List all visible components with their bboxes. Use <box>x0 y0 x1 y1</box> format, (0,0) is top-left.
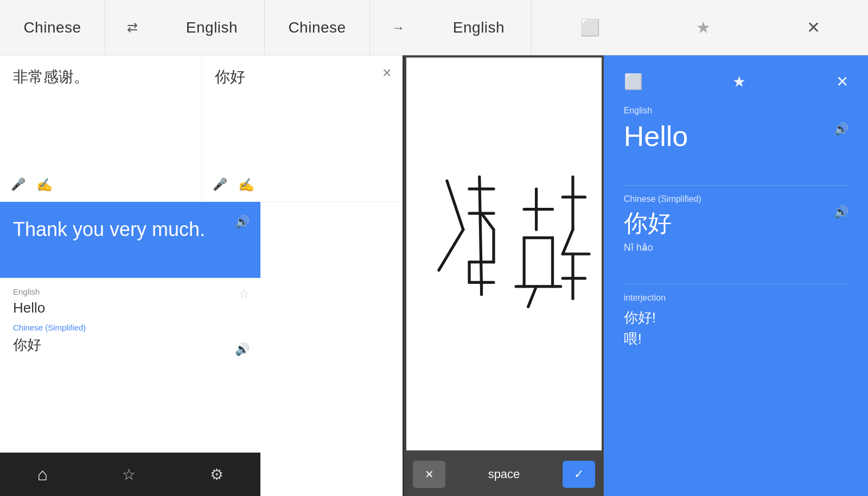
input-area: 非常感谢。 🎤 ✍ ✕ 你好 🎤 ✍ <box>0 55 403 202</box>
input-left[interactable]: 非常感谢。 🎤 ✍ <box>0 55 202 201</box>
rp-alt-word1: 你好! <box>624 308 848 327</box>
nav-english-left[interactable]: English <box>159 0 265 55</box>
rp-phonetic: Nǐ hǎo <box>624 241 848 253</box>
speaker-button-translation[interactable]: 🔊 <box>235 215 250 229</box>
bottom-navigation: ⌂ ☆ ⚙ <box>0 453 260 496</box>
gear-icon[interactable]: ⚙ <box>210 466 224 484</box>
nav-lang-english-right: English <box>453 19 505 36</box>
right-panel: ⬜ ★ ✕ English Hello 🔊 Chinese (Simplifie… <box>604 55 868 496</box>
history-word-nihao: 你好 <box>13 335 247 354</box>
rp-english-header: English Hello 🔊 <box>624 106 848 166</box>
close-icon-right[interactable]: ✕ <box>836 73 848 91</box>
bottom-area: ⌂ ☆ ⚙ <box>0 453 403 496</box>
rp-section-chinese: Chinese (Simplified) 你好 🔊 Nǐ hǎo <box>624 194 848 264</box>
rp-target-lang: Chinese (Simplified) <box>624 194 701 204</box>
nav-swap-left[interactable]: ⇄ <box>105 20 159 35</box>
handwriting-delete-button[interactable]: ✕ <box>413 461 445 488</box>
swap-icon-left: ⇄ <box>127 20 138 35</box>
delete-x-icon: ✕ <box>425 468 434 481</box>
rp-target-word: 你好 <box>624 207 701 239</box>
handwriting-space-button[interactable]: space <box>445 467 562 481</box>
handwrite-icon-left[interactable]: ✍ <box>36 177 53 193</box>
nav-lang-chinese-left: Chinese <box>23 19 81 36</box>
input-right[interactable]: ✕ 你好 🎤 ✍ <box>202 55 403 201</box>
star-icon-nav[interactable]: ★ <box>696 18 711 37</box>
left-input-controls: 🎤 ✍ <box>11 177 53 193</box>
history-lang-english: English <box>13 287 247 296</box>
nav-left-group: Chinese ⇄ English Chinese → English <box>0 0 532 55</box>
clear-button[interactable]: ✕ <box>382 66 392 80</box>
close-icon-nav[interactable]: ✕ <box>807 18 820 37</box>
nav-chinese-left[interactable]: Chinese <box>0 0 105 55</box>
mic-icon-left[interactable]: 🎤 <box>11 177 25 193</box>
translation-text: Thank you very much. <box>13 217 247 243</box>
rp-main-word: Hello <box>624 120 688 152</box>
home-icon[interactable]: ⌂ <box>37 465 47 485</box>
right-input-text: 你好 <box>215 66 390 87</box>
handwriting-panel: ✕ space ✓ <box>403 55 603 496</box>
mic-icon-right[interactable]: 🎤 <box>213 177 227 193</box>
handwrite-icon-right[interactable]: ✍ <box>238 177 254 193</box>
nav-chinese-right[interactable]: Chinese <box>265 0 370 55</box>
rp-source-lang: English <box>624 106 688 116</box>
star-icon-bottom[interactable]: ☆ <box>122 466 136 484</box>
confirm-check-icon: ✓ <box>574 467 584 481</box>
right-input-controls: 🎤 ✍ <box>213 177 254 193</box>
rp-pos-label: interjection <box>624 293 848 303</box>
rp-divider2 <box>624 284 848 284</box>
rp-alt-word2: 喂! <box>624 329 848 348</box>
left-input-text: 非常感谢。 <box>13 66 188 87</box>
history-item-hello: English Hello ☆ Chinese (Simplified) 你好 … <box>0 278 260 365</box>
swap-icon-right: → <box>392 20 405 35</box>
history-word-hello: Hello <box>13 300 247 316</box>
star-button-history[interactable]: ☆ <box>239 287 250 301</box>
nav-english-right[interactable]: English <box>426 0 531 55</box>
star-icon-right[interactable]: ★ <box>732 73 746 91</box>
rp-chinese-header: Chinese (Simplified) 你好 🔊 <box>624 194 848 239</box>
left-panel: 非常感谢。 🎤 ✍ ✕ 你好 🎤 ✍ Thank you very much. … <box>0 55 403 496</box>
main-content: 非常感谢。 🎤 ✍ ✕ 你好 🎤 ✍ Thank you very much. … <box>0 55 868 496</box>
handwriting-canvas[interactable] <box>406 58 601 450</box>
expand-icon[interactable]: ⬜ <box>580 18 600 37</box>
speaker-button-history[interactable]: 🔊 <box>235 342 250 357</box>
speaker-button-rp2[interactable]: 🔊 <box>834 205 848 219</box>
expand-icon-right[interactable]: ⬜ <box>624 73 643 91</box>
history-lang-chinese: Chinese (Simplified) <box>13 323 247 332</box>
rp-section-english: English Hello 🔊 <box>624 106 848 166</box>
rp-section-interjection: interjection 你好! 喂! <box>624 293 848 348</box>
handwriting-svg <box>406 58 601 450</box>
nav-right-icons: ⬜ ★ ✕ <box>532 0 868 55</box>
right-panel-top-icons: ⬜ ★ ✕ <box>624 73 848 91</box>
nav-swap-right[interactable]: → <box>370 20 426 35</box>
nav-lang-chinese-right: Chinese <box>288 19 346 36</box>
rp-divider1 <box>624 185 848 186</box>
translation-result: Thank you very much. 🔊 <box>0 202 260 278</box>
nav-lang-english-left: English <box>186 19 238 36</box>
speaker-button-rp1[interactable]: 🔊 <box>834 122 848 136</box>
handwriting-toolbar: ✕ space ✓ <box>404 453 603 496</box>
handwriting-confirm-button[interactable]: ✓ <box>563 461 595 488</box>
top-navigation: Chinese ⇄ English Chinese → English ⬜ ★ … <box>0 0 868 55</box>
